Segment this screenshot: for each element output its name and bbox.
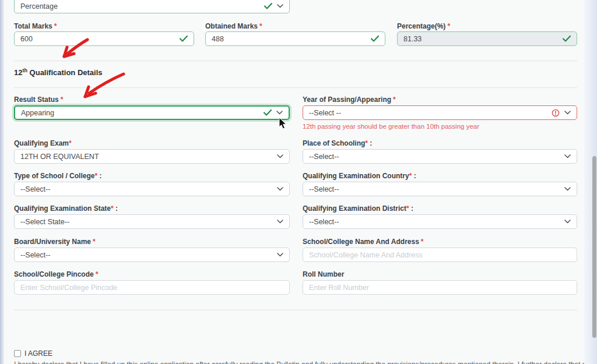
chevron-down-icon — [564, 111, 571, 115]
year-of-passing-label: Year of Passing/Appearing* — [303, 96, 396, 104]
exam-country-label: Qualifying Examination Country* : — [303, 172, 416, 180]
i-agree-label: I AGREE — [24, 349, 52, 358]
qualifying-exam-select[interactable]: 12TH OR EQUIVALENT — [14, 149, 290, 164]
application-form-page: Percentage Total Marks* Obtained Marks* … — [0, 0, 597, 364]
marks-scheme-select[interactable]: Percentage — [14, 0, 290, 13]
check-icon — [264, 3, 272, 9]
type-of-school-select[interactable]: --Select-- — [14, 182, 290, 196]
chevron-down-icon — [277, 253, 283, 257]
result-status-label: Result Status* — [14, 96, 63, 104]
alert-circle-icon — [552, 109, 560, 117]
place-of-schooling-label: Place of Schooling* : — [303, 139, 372, 147]
board-university-select[interactable]: --Select-- — [14, 248, 290, 262]
school-name-input[interactable] — [303, 248, 577, 262]
chevron-down-icon — [277, 4, 283, 8]
total-marks-label: Total Marks* — [14, 22, 57, 30]
school-name-label: School/College Name And Address* — [303, 238, 424, 246]
section-divider — [14, 310, 577, 310]
school-pincode-input[interactable] — [14, 280, 290, 295]
marks-scheme-value: Percentage — [20, 2, 259, 10]
section-divider — [14, 61, 577, 61]
exam-country-select[interactable]: --Select-- — [303, 182, 577, 196]
chevron-down-icon — [276, 111, 283, 115]
roll-number-label: Roll Number — [303, 270, 344, 278]
obtained-marks-label: Obtained Marks* — [205, 22, 262, 30]
scrollbar-thumb[interactable] — [592, 156, 596, 338]
year-of-passing-error: 12th passing year should be greater than… — [303, 123, 479, 130]
obtained-marks-input[interactable]: 488 — [205, 31, 385, 46]
check-icon — [371, 36, 379, 42]
qualifying-exam-label: Qualifying Exam* — [14, 139, 72, 147]
school-pincode-label: School/College Pincode* — [14, 270, 98, 278]
chevron-down-icon — [277, 187, 283, 191]
exam-district-label: Qualifying Examination District* : — [303, 204, 413, 213]
percentage-input: 81.33 — [397, 31, 577, 46]
percentage-label: Percentage(%)* — [397, 22, 450, 30]
place-of-schooling-select[interactable]: --Select-- — [303, 149, 577, 164]
roll-number-input[interactable] — [303, 280, 577, 295]
chevron-down-icon — [564, 154, 571, 158]
check-icon — [180, 36, 188, 42]
i-agree-checkbox[interactable] — [14, 350, 21, 357]
exam-district-select[interactable]: --Select-- — [303, 214, 577, 229]
check-icon — [563, 36, 571, 42]
type-of-school-label: Type of School / College* : — [14, 172, 101, 180]
check-icon — [264, 109, 272, 116]
year-of-passing-select[interactable]: --Select -- — [303, 105, 577, 120]
section-divider — [14, 87, 577, 88]
exam-state-select[interactable]: --Select State-- — [14, 214, 290, 229]
exam-state-label: Qualifying Examination State* : — [14, 204, 118, 213]
declaration-text: I hereby declare that I have filled up t… — [14, 361, 584, 364]
chevron-down-icon — [277, 154, 283, 158]
total-marks-input[interactable]: 600 — [14, 31, 194, 46]
page-left-edge — [0, 0, 4, 364]
board-university-label: Board/University Name* — [14, 238, 96, 246]
chevron-down-icon — [277, 220, 283, 224]
chevron-down-icon — [564, 187, 571, 191]
result-status-select[interactable]: Appearing — [14, 105, 290, 120]
section-title: 12th Qualification Details — [14, 68, 103, 77]
chevron-down-icon — [564, 220, 571, 224]
